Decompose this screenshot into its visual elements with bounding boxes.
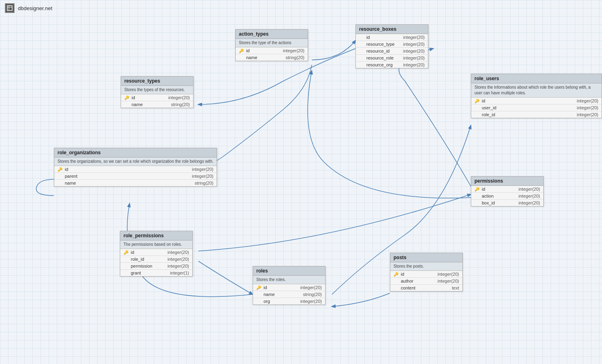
- app-title: dbdesigner.net: [18, 5, 52, 11]
- table-row: namestring(20): [236, 54, 308, 61]
- field-type: integer(20): [438, 279, 459, 283]
- table-row: 🔑idinteger(20): [236, 47, 308, 54]
- field-name: id: [246, 48, 274, 53]
- table-desc-role_users: Stores the informations about which role…: [471, 83, 602, 98]
- field-name: role_id: [482, 112, 510, 117]
- field-name: permission: [131, 264, 159, 268]
- table-action_types: action_typesStores the type of the actio…: [235, 29, 308, 61]
- field-name: role_id: [131, 257, 159, 262]
- key-icon: 🔑: [474, 99, 480, 103]
- field-type: string(20): [303, 292, 322, 297]
- key-icon: 🔑: [124, 96, 130, 100]
- table-row: 🔑idinteger(20): [121, 94, 193, 101]
- table-row: resource_roleinteger(20): [356, 55, 428, 62]
- field-type: integer(20): [438, 272, 459, 277]
- field-type: integer(20): [403, 35, 425, 40]
- table-desc-roles: Stores the roles.: [253, 276, 325, 284]
- table-desc-role_permissions: The permissions based on roles.: [120, 241, 192, 249]
- field-name: name: [132, 102, 160, 107]
- table-posts: postsStores the posts.🔑idinteger(20)auth…: [390, 253, 463, 292]
- field-name: id: [482, 98, 510, 103]
- table-header-role_permissions: role_permissions: [120, 231, 192, 241]
- table-row: 🔑idinteger(20): [54, 166, 217, 173]
- table-row: namestring(20): [121, 101, 193, 108]
- field-name: author: [401, 279, 429, 283]
- field-type: text: [452, 285, 459, 290]
- field-type: string(20): [171, 102, 190, 107]
- field-type: integer(20): [192, 167, 213, 172]
- field-name: resource_id: [366, 49, 395, 53]
- field-name: name: [246, 55, 274, 60]
- field-type: integer(20): [168, 257, 189, 262]
- field-type: integer(1): [170, 270, 189, 275]
- field-name: resource_org: [366, 62, 395, 67]
- table-desc-posts: Stores the posts.: [390, 262, 462, 271]
- field-name: parent: [65, 174, 93, 179]
- field-name: org: [264, 299, 292, 304]
- field-name: user_id: [482, 105, 510, 110]
- field-name: resource_role: [366, 55, 395, 60]
- field-type: string(20): [195, 181, 213, 185]
- table-permissions: permissions🔑idinteger(20)actioninteger(2…: [471, 176, 544, 206]
- field-name: grant: [131, 270, 159, 275]
- field-name: name: [264, 292, 292, 297]
- table-row: namestring(20): [253, 291, 325, 298]
- field-name: name: [65, 181, 93, 185]
- field-type: string(20): [286, 55, 304, 60]
- field-name: id: [65, 167, 93, 172]
- field-type: integer(20): [519, 194, 540, 198]
- table-row: role_idinteger(20): [471, 111, 602, 118]
- key-icon: 🔑: [239, 49, 245, 53]
- table-row: parentinteger(20): [54, 173, 217, 180]
- field-name: action: [482, 194, 510, 198]
- field-name: id: [132, 95, 160, 100]
- field-type: integer(20): [300, 285, 322, 290]
- table-header-role_users: role_users: [471, 74, 602, 83]
- table-row: 🔑idinteger(20): [390, 271, 462, 278]
- table-desc-resource_types: Stores the types of the resources.: [121, 86, 193, 94]
- field-type: integer(20): [519, 187, 540, 192]
- field-name: id: [131, 250, 159, 255]
- table-row: contenttext: [390, 285, 462, 291]
- key-icon: 🔑: [394, 272, 399, 277]
- key-icon: 🔑: [256, 285, 262, 290]
- field-type: integer(20): [192, 174, 213, 179]
- field-type: integer(20): [283, 48, 304, 53]
- table-row: box_idinteger(20): [471, 200, 543, 206]
- table-row: idinteger(20): [356, 34, 428, 41]
- field-type: integer(20): [403, 42, 425, 47]
- field-name: id: [264, 285, 292, 290]
- field-type: integer(20): [519, 200, 540, 205]
- field-type: integer(20): [577, 105, 598, 110]
- field-type: integer(20): [168, 95, 190, 100]
- table-row: 🔑idinteger(20): [253, 284, 325, 291]
- field-name: id: [366, 35, 395, 40]
- table-header-roles: roles: [253, 266, 325, 276]
- field-name: id: [401, 272, 429, 277]
- table-row: resource_typeinteger(20): [356, 41, 428, 48]
- table-role_users: role_usersStores the informations about …: [471, 74, 602, 118]
- field-type: integer(20): [403, 55, 425, 60]
- header: dbdesigner.net: [0, 0, 81, 16]
- field-type: integer(20): [403, 62, 425, 67]
- table-row: role_idinteger(20): [120, 256, 192, 263]
- table-header-posts: posts: [390, 253, 462, 262]
- table-row: authorinteger(20): [390, 278, 462, 285]
- table-row: actioninteger(20): [471, 193, 543, 200]
- field-type: integer(20): [168, 250, 189, 255]
- table-role_permissions: role_permissionsThe permissions based on…: [120, 231, 193, 277]
- key-icon: 🔑: [474, 187, 480, 192]
- field-type: integer(20): [577, 112, 598, 117]
- key-icon: 🔑: [123, 250, 129, 255]
- field-type: integer(20): [577, 98, 598, 103]
- table-header-action_types: action_types: [236, 30, 308, 39]
- field-type: integer(20): [300, 299, 322, 304]
- table-desc-action_types: Stores the type of the actions: [236, 39, 308, 47]
- table-row: namestring(20): [54, 180, 217, 186]
- table-row: 🔑idinteger(20): [471, 186, 543, 193]
- table-header-role_organizations: role_organizations: [54, 148, 217, 158]
- table-row: 🔑idinteger(20): [120, 249, 192, 256]
- table-resource_types: resource_typesStores the types of the re…: [121, 76, 194, 108]
- field-name: content: [401, 285, 429, 290]
- field-type: integer(20): [403, 49, 425, 53]
